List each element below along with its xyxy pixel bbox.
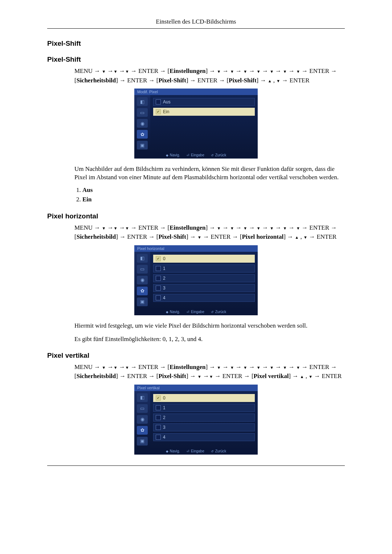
osd-item: 4 bbox=[153, 294, 255, 302]
multi-icon: ▣ bbox=[137, 141, 148, 149]
nav-token: Pixel-Shift bbox=[158, 233, 186, 240]
osd-item: 3 bbox=[153, 423, 255, 431]
nav-token: ENTER bbox=[222, 373, 242, 379]
osd-item-label: Ein bbox=[163, 109, 169, 114]
osd-item: 3 bbox=[153, 284, 255, 292]
down-icon bbox=[283, 67, 287, 74]
page-header: Einstellen des LCD-Bildschirms bbox=[47, 18, 345, 28]
arrow-icon bbox=[119, 233, 126, 240]
arrow-icon bbox=[331, 224, 337, 231]
arrow-icon bbox=[221, 67, 228, 74]
down-icon bbox=[102, 224, 106, 231]
down-icon bbox=[296, 67, 300, 74]
checkbox-icon bbox=[156, 435, 161, 440]
down-icon bbox=[230, 67, 234, 74]
nav-token: Sicherheitsbild bbox=[77, 373, 116, 379]
osd-item-label: Aus bbox=[163, 99, 171, 104]
nav-token: ENTER bbox=[138, 67, 158, 74]
checkbox-icon bbox=[156, 425, 161, 430]
nav-token: ENTER bbox=[127, 373, 147, 379]
multi-icon: ▣ bbox=[137, 297, 148, 306]
arrow-icon bbox=[203, 373, 209, 379]
arrow-icon bbox=[244, 373, 250, 379]
arrow-icon bbox=[331, 364, 337, 370]
arrow-icon bbox=[190, 233, 196, 240]
heading-pixel-vertikal: Pixel vertikal bbox=[47, 352, 345, 360]
arrow-icon bbox=[331, 67, 337, 74]
osd-item: 2 bbox=[153, 414, 255, 422]
down-icon bbox=[243, 364, 247, 370]
arrow-icon bbox=[275, 224, 281, 231]
down-icon bbox=[303, 233, 307, 240]
down-icon bbox=[125, 224, 129, 231]
arrow-icon bbox=[131, 364, 137, 370]
heading-pixel-shift-2: Pixel-Shift bbox=[47, 56, 345, 63]
arrow-icon bbox=[262, 364, 268, 370]
arrow-icon bbox=[160, 364, 166, 370]
arrow-icon bbox=[282, 77, 288, 84]
nav-path-pixel-horizontal: MENU ENTER [Einstellungen] ENTER [Sicher… bbox=[74, 223, 345, 242]
osd-item: 1 bbox=[153, 404, 255, 412]
osd-item-label: 4 bbox=[163, 295, 166, 300]
arrow-icon bbox=[247, 224, 255, 231]
down-icon bbox=[209, 373, 213, 379]
arrow-icon bbox=[234, 364, 242, 370]
osd-item-label: 0 bbox=[163, 395, 166, 401]
arrow-icon bbox=[107, 224, 114, 231]
osd-sidebar: ◧ ▭ ◉ ✿ ▣ bbox=[134, 252, 150, 308]
down-icon bbox=[125, 364, 129, 370]
checkbox-icon bbox=[156, 99, 161, 104]
osd-sidebar: ◧ ▭ ◉ ✿ ▣ bbox=[134, 95, 150, 152]
arrow-icon bbox=[260, 77, 266, 84]
down-icon bbox=[270, 67, 274, 74]
nav-token: Pixel-Shift bbox=[158, 77, 186, 84]
setup-icon: ✿ bbox=[137, 426, 148, 435]
footer-back: Zurück bbox=[211, 310, 226, 314]
arrow-icon bbox=[219, 77, 225, 84]
osd-title: Modif. Pixel bbox=[134, 89, 258, 95]
footer-enter: Eingabe bbox=[187, 153, 204, 157]
down-icon bbox=[296, 224, 300, 231]
arrow-icon bbox=[149, 373, 155, 379]
osd-sidebar: ◧ ▭ ◉ ✿ ▣ bbox=[134, 391, 150, 448]
down-icon bbox=[114, 224, 118, 231]
checkbox-icon bbox=[156, 405, 161, 410]
down-icon bbox=[257, 364, 261, 370]
nav-token: Pixel-Shift bbox=[229, 77, 257, 84]
down-icon bbox=[309, 373, 313, 379]
osd-footer: Navig. Eingabe Zurück bbox=[134, 308, 258, 315]
nav-token: MENU bbox=[74, 364, 93, 370]
arrow-icon bbox=[119, 373, 126, 379]
arrow-icon bbox=[131, 67, 137, 74]
osd-list: ✔0 1 2 3 4 bbox=[150, 391, 258, 448]
up-icon bbox=[300, 373, 304, 379]
down-icon bbox=[197, 373, 201, 379]
checkbox-icon bbox=[156, 276, 161, 281]
arrow-icon bbox=[221, 224, 228, 231]
footer-enter: Eingabe bbox=[187, 449, 204, 453]
picture-icon: ◧ bbox=[137, 97, 148, 106]
osd-item-label: 1 bbox=[163, 405, 166, 410]
down-icon bbox=[197, 233, 201, 240]
arrow-icon bbox=[119, 67, 125, 74]
down-icon bbox=[125, 67, 129, 74]
down-icon bbox=[102, 364, 106, 370]
nav-path-pixel-vertikal: MENU ENTER [Einstellungen] ENTER [Sicher… bbox=[74, 362, 345, 381]
nav-token: Pixel-Shift bbox=[158, 373, 186, 379]
checkbox-icon bbox=[156, 286, 161, 291]
setup-icon: ✿ bbox=[137, 130, 148, 139]
nav-token: ENTER bbox=[127, 233, 147, 240]
osd-footer: Navig. Eingabe Zurück bbox=[134, 448, 258, 455]
arrow-icon bbox=[203, 233, 209, 240]
nav-token: ENTER bbox=[309, 364, 329, 370]
footer-rule bbox=[47, 465, 345, 466]
osd-item-label: 2 bbox=[163, 276, 166, 281]
arrow-icon bbox=[160, 67, 166, 74]
nav-token: Einstellungen bbox=[170, 224, 205, 231]
nav-token: Pixel horizontal bbox=[242, 233, 283, 240]
nav-path-pixel-shift: MENU ENTER [Einstellungen] ENTER [Sicher… bbox=[74, 66, 345, 85]
nav-token: ENTER bbox=[197, 77, 217, 84]
down-icon bbox=[270, 364, 274, 370]
arrow-icon bbox=[289, 67, 295, 74]
osd-item-label: 1 bbox=[163, 266, 166, 271]
